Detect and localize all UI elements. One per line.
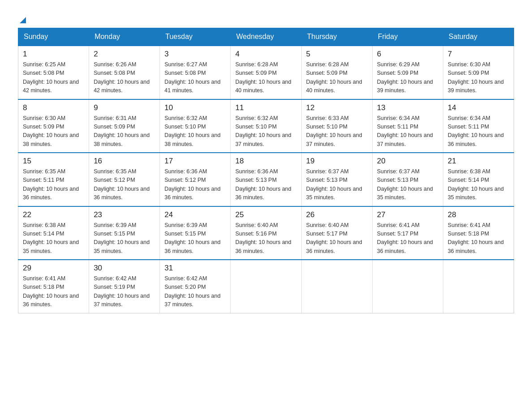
page-header	[18, 13, 514, 23]
day-number: 22	[23, 210, 84, 219]
day-number: 6	[377, 50, 438, 59]
column-header-tuesday: Tuesday	[160, 28, 231, 46]
column-header-monday: Monday	[89, 28, 160, 46]
day-number: 4	[235, 50, 296, 59]
day-detail: Sunrise: 6:27 AMSunset: 5:08 PMDaylight:…	[164, 61, 220, 94]
day-detail: Sunrise: 6:42 AMSunset: 5:19 PMDaylight:…	[94, 275, 150, 308]
day-detail: Sunrise: 6:32 AMSunset: 5:10 PMDaylight:…	[164, 115, 220, 147]
calendar-cell: 2 Sunrise: 6:26 AMSunset: 5:08 PMDayligh…	[89, 46, 160, 99]
day-number: 20	[377, 157, 438, 166]
calendar-cell: 9 Sunrise: 6:31 AMSunset: 5:09 PMDayligh…	[89, 99, 160, 153]
calendar-cell: 6 Sunrise: 6:29 AMSunset: 5:09 PMDayligh…	[372, 46, 443, 99]
day-number: 3	[164, 50, 226, 59]
calendar-cell: 11 Sunrise: 6:32 AMSunset: 5:10 PMDaylig…	[231, 99, 301, 153]
column-header-friday: Friday	[372, 28, 443, 46]
calendar-week-row: 1 Sunrise: 6:25 AMSunset: 5:08 PMDayligh…	[18, 46, 514, 99]
day-detail: Sunrise: 6:34 AMSunset: 5:11 PMDaylight:…	[377, 115, 433, 147]
calendar-cell: 3 Sunrise: 6:27 AMSunset: 5:08 PMDayligh…	[160, 46, 231, 99]
day-detail: Sunrise: 6:28 AMSunset: 5:09 PMDaylight:…	[235, 61, 291, 94]
day-number: 30	[94, 264, 155, 273]
day-number: 21	[448, 157, 509, 166]
logo	[18, 13, 26, 23]
calendar-cell: 10 Sunrise: 6:32 AMSunset: 5:10 PMDaylig…	[160, 99, 231, 153]
calendar-week-row: 29 Sunrise: 6:41 AMSunset: 5:18 PMDaylig…	[18, 260, 514, 313]
day-number: 28	[448, 210, 509, 219]
day-number: 15	[23, 157, 84, 166]
logo-blue-text	[18, 17, 26, 23]
calendar-cell: 29 Sunrise: 6:41 AMSunset: 5:18 PMDaylig…	[18, 260, 89, 313]
day-detail: Sunrise: 6:39 AMSunset: 5:15 PMDaylight:…	[94, 222, 150, 254]
column-header-thursday: Thursday	[301, 28, 372, 46]
day-detail: Sunrise: 6:39 AMSunset: 5:15 PMDaylight:…	[164, 222, 220, 254]
day-number: 11	[235, 103, 296, 112]
day-number: 8	[23, 103, 84, 112]
day-detail: Sunrise: 6:30 AMSunset: 5:09 PMDaylight:…	[23, 115, 79, 147]
day-number: 13	[377, 103, 438, 112]
day-detail: Sunrise: 6:41 AMSunset: 5:17 PMDaylight:…	[377, 222, 433, 254]
day-detail: Sunrise: 6:41 AMSunset: 5:18 PMDaylight:…	[448, 222, 504, 254]
calendar-cell: 28 Sunrise: 6:41 AMSunset: 5:18 PMDaylig…	[443, 206, 514, 260]
day-number: 9	[94, 103, 155, 112]
calendar-header-row: SundayMondayTuesdayWednesdayThursdayFrid…	[18, 28, 514, 46]
day-detail: Sunrise: 6:33 AMSunset: 5:10 PMDaylight:…	[306, 115, 362, 147]
day-detail: Sunrise: 6:38 AMSunset: 5:14 PMDaylight:…	[448, 168, 504, 201]
day-number: 17	[164, 157, 226, 166]
calendar-cell: 13 Sunrise: 6:34 AMSunset: 5:11 PMDaylig…	[372, 99, 443, 153]
calendar-week-row: 8 Sunrise: 6:30 AMSunset: 5:09 PMDayligh…	[18, 99, 514, 153]
day-number: 27	[377, 210, 438, 219]
day-detail: Sunrise: 6:36 AMSunset: 5:12 PMDaylight:…	[164, 168, 220, 201]
column-header-wednesday: Wednesday	[231, 28, 301, 46]
day-number: 23	[94, 210, 155, 219]
calendar-cell: 14 Sunrise: 6:34 AMSunset: 5:11 PMDaylig…	[443, 99, 514, 153]
day-detail: Sunrise: 6:38 AMSunset: 5:14 PMDaylight:…	[23, 222, 79, 254]
day-number: 7	[448, 50, 509, 59]
calendar-cell: 30 Sunrise: 6:42 AMSunset: 5:19 PMDaylig…	[89, 260, 160, 313]
day-detail: Sunrise: 6:35 AMSunset: 5:11 PMDaylight:…	[23, 168, 79, 201]
day-number: 1	[23, 50, 84, 59]
calendar-cell	[231, 260, 301, 313]
day-detail: Sunrise: 6:29 AMSunset: 5:09 PMDaylight:…	[377, 61, 433, 94]
day-detail: Sunrise: 6:40 AMSunset: 5:17 PMDaylight:…	[306, 222, 362, 254]
day-number: 18	[235, 157, 296, 166]
calendar-cell	[301, 260, 372, 313]
day-detail: Sunrise: 6:42 AMSunset: 5:20 PMDaylight:…	[164, 275, 220, 308]
calendar-cell	[372, 260, 443, 313]
calendar-cell: 5 Sunrise: 6:28 AMSunset: 5:09 PMDayligh…	[301, 46, 372, 99]
calendar-cell	[443, 260, 514, 313]
day-number: 12	[306, 103, 368, 112]
calendar-cell: 31 Sunrise: 6:42 AMSunset: 5:20 PMDaylig…	[160, 260, 231, 313]
day-number: 26	[306, 210, 368, 219]
calendar-cell: 24 Sunrise: 6:39 AMSunset: 5:15 PMDaylig…	[160, 206, 231, 260]
calendar-week-row: 15 Sunrise: 6:35 AMSunset: 5:11 PMDaylig…	[18, 153, 514, 206]
calendar-cell: 22 Sunrise: 6:38 AMSunset: 5:14 PMDaylig…	[18, 206, 89, 260]
day-detail: Sunrise: 6:34 AMSunset: 5:11 PMDaylight:…	[448, 115, 504, 147]
day-number: 19	[306, 157, 368, 166]
day-number: 24	[164, 210, 226, 219]
day-detail: Sunrise: 6:28 AMSunset: 5:09 PMDaylight:…	[306, 61, 362, 94]
day-detail: Sunrise: 6:26 AMSunset: 5:08 PMDaylight:…	[94, 61, 150, 94]
calendar-cell: 16 Sunrise: 6:35 AMSunset: 5:12 PMDaylig…	[89, 153, 160, 206]
day-number: 10	[164, 103, 226, 112]
day-detail: Sunrise: 6:40 AMSunset: 5:16 PMDaylight:…	[235, 222, 291, 254]
calendar-week-row: 22 Sunrise: 6:38 AMSunset: 5:14 PMDaylig…	[18, 206, 514, 260]
calendar-cell: 19 Sunrise: 6:37 AMSunset: 5:13 PMDaylig…	[301, 153, 372, 206]
calendar-cell: 21 Sunrise: 6:38 AMSunset: 5:14 PMDaylig…	[443, 153, 514, 206]
calendar-cell: 8 Sunrise: 6:30 AMSunset: 5:09 PMDayligh…	[18, 99, 89, 153]
calendar-cell: 12 Sunrise: 6:33 AMSunset: 5:10 PMDaylig…	[301, 99, 372, 153]
day-detail: Sunrise: 6:37 AMSunset: 5:13 PMDaylight:…	[306, 168, 362, 201]
calendar-cell: 15 Sunrise: 6:35 AMSunset: 5:11 PMDaylig…	[18, 153, 89, 206]
calendar-cell: 7 Sunrise: 6:30 AMSunset: 5:09 PMDayligh…	[443, 46, 514, 99]
day-detail: Sunrise: 6:37 AMSunset: 5:13 PMDaylight:…	[377, 168, 433, 201]
day-detail: Sunrise: 6:25 AMSunset: 5:08 PMDaylight:…	[23, 61, 79, 94]
calendar-cell: 26 Sunrise: 6:40 AMSunset: 5:17 PMDaylig…	[301, 206, 372, 260]
day-number: 16	[94, 157, 155, 166]
day-detail: Sunrise: 6:32 AMSunset: 5:10 PMDaylight:…	[235, 115, 291, 147]
day-detail: Sunrise: 6:36 AMSunset: 5:13 PMDaylight:…	[235, 168, 291, 201]
day-detail: Sunrise: 6:31 AMSunset: 5:09 PMDaylight:…	[94, 115, 150, 147]
calendar-cell: 23 Sunrise: 6:39 AMSunset: 5:15 PMDaylig…	[89, 206, 160, 260]
day-detail: Sunrise: 6:35 AMSunset: 5:12 PMDaylight:…	[94, 168, 150, 201]
logo-triangle-icon	[20, 17, 26, 23]
calendar-cell: 17 Sunrise: 6:36 AMSunset: 5:12 PMDaylig…	[160, 153, 231, 206]
calendar-cell: 27 Sunrise: 6:41 AMSunset: 5:17 PMDaylig…	[372, 206, 443, 260]
column-header-sunday: Sunday	[18, 28, 89, 46]
